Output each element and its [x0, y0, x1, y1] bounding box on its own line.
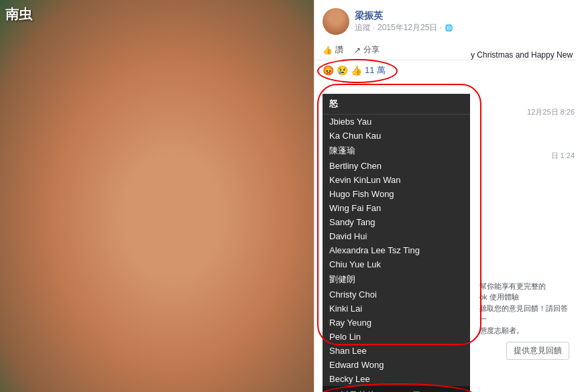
like-emoji: 👍: [351, 65, 362, 76]
list-item[interactable]: Sandy Tang: [323, 215, 470, 229]
list-item-christy[interactable]: Christy Choi: [323, 287, 470, 302]
facebook-panel: 梁振英 追蹤 · 2015年12月25日 · 🌐 👍 讚 ↗ 分享 😡: [314, 0, 576, 392]
list-item-hugo[interactable]: Hugo Fish Wong: [323, 187, 470, 201]
list-item[interactable]: Ray Yeung: [323, 316, 470, 330]
avatar-image: [323, 8, 349, 35]
reaction-count[interactable]: 11 萬: [365, 64, 386, 76]
list-item[interactable]: Kevin KinLun Wan: [323, 173, 470, 187]
bottom-notice: 幫你能享有更完整的ok 使用體驗聽取您的意見回饋！請回答一態度志願者。: [475, 278, 576, 339]
profile-meta-text: 追蹤 · 2015年12月25日 ·: [355, 22, 442, 34]
list-item[interactable]: Ka Chun Kau: [323, 129, 470, 143]
list-item[interactable]: 陳蓬瑜: [323, 143, 470, 159]
profile-info: 梁振英 追蹤 · 2015年12月25日 · 🌐: [355, 10, 568, 34]
like-label: 讚: [335, 44, 343, 56]
avatar: [323, 8, 349, 35]
photo-overlay-text: 南虫: [5, 5, 32, 23]
list-item[interactable]: Shan Lee: [323, 344, 470, 358]
list-item[interactable]: Wing Fai Fan: [323, 201, 470, 215]
date-text-1: 12月25日 8:26: [527, 107, 575, 117]
photo-area: 南虫: [0, 0, 314, 392]
dropdown-header: 怒: [323, 94, 470, 115]
main-container: 南虫 梁振英 追蹤 · 2015年12月25日 · 🌐 👍 讚: [0, 0, 576, 392]
reaction-row: 😡 😢 👍 11 萬: [323, 64, 568, 76]
list-item[interactable]: Jbiebs Yau: [323, 115, 470, 129]
list-item[interactable]: Alexandra Lee Tsz Ting: [323, 243, 470, 257]
xmas-text: y Christmas and Happy New: [471, 50, 575, 60]
share-icon: ↗: [354, 46, 361, 55]
dropdown-footer[interactable]: … 以及其他 107,290 個: [323, 386, 470, 392]
reactions-dropdown: 怒 Jbiebs Yau Ka Chun Kau 陳蓬瑜 Bertliny Ch…: [323, 94, 470, 392]
list-item[interactable]: Kinki Lai: [323, 302, 470, 316]
share-label: 分享: [363, 44, 380, 56]
feedback-button[interactable]: 提供意見回饋: [506, 342, 569, 360]
notice-text: 幫你能享有更完整的ok 使用體驗聽取您的意見回饋！請回答一態度志願者。: [479, 281, 572, 336]
profile-meta: 追蹤 · 2015年12月25日 · 🌐: [355, 22, 568, 34]
reactions-area: 😡 😢 👍 11 萬: [314, 60, 576, 80]
angry-emoji: 😡: [323, 65, 334, 76]
sad-emoji: 😢: [337, 65, 348, 76]
profile-header: 梁振英 追蹤 · 2015年12月25日 · 🌐: [314, 0, 576, 40]
profile-name[interactable]: 梁振英: [355, 10, 568, 22]
list-item[interactable]: Pelo Lin: [323, 330, 470, 344]
list-item[interactable]: 劉健朗: [323, 271, 470, 287]
list-item[interactable]: Bertliny Chen: [323, 159, 470, 173]
date-text-2: 日 1:24: [551, 151, 575, 161]
face-background: [0, 0, 314, 392]
like-button[interactable]: 👍 讚: [323, 44, 343, 56]
list-item[interactable]: David Hui: [323, 229, 470, 243]
list-item-edward[interactable]: Edward Wong: [323, 358, 470, 372]
share-button[interactable]: ↗ 分享: [354, 44, 380, 56]
like-icon: 👍: [323, 46, 333, 55]
list-item[interactable]: Becky Lee: [323, 372, 470, 386]
globe-icon: 🌐: [445, 24, 453, 31]
list-item[interactable]: Chiu Yue Luk: [323, 257, 470, 271]
